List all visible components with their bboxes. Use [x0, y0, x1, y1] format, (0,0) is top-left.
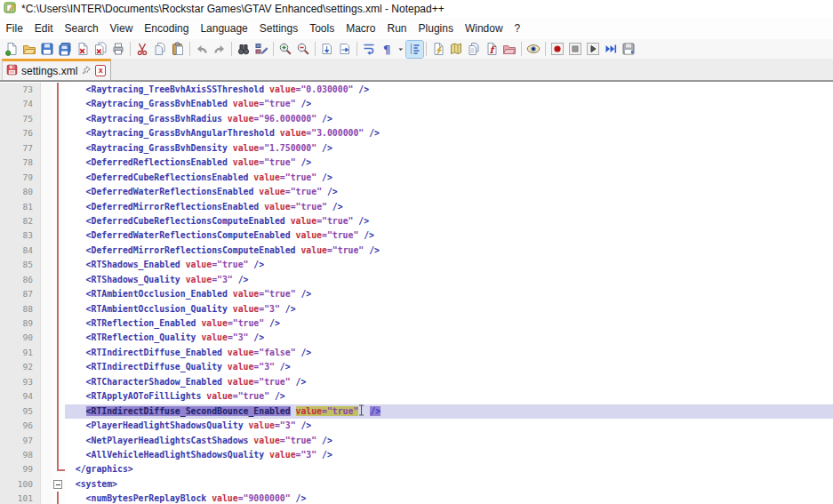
code-text[interactable]: <DeferredMirrorReflectionsEnabled value=…: [65, 200, 833, 214]
line-number: 88: [0, 302, 41, 316]
fold-margin: [52, 258, 65, 272]
zoom-in-icon[interactable]: [277, 41, 294, 58]
close-icon[interactable]: [75, 41, 92, 58]
menu-item-tools[interactable]: Tools: [304, 18, 340, 39]
print-icon[interactable]: [110, 41, 127, 58]
line-number: 90: [0, 331, 41, 345]
code-text[interactable]: <RTIndirectDiffuse_Enabled value="false"…: [65, 346, 833, 360]
show-all-characters-icon[interactable]: ¶: [379, 41, 396, 58]
bookmark-margin: [41, 273, 52, 287]
code-text[interactable]: <DeferredWaterReflectionsComputeEnabled …: [65, 228, 833, 243]
menu-item-view[interactable]: View: [104, 18, 139, 39]
fold-margin: [52, 185, 65, 199]
sync-scroll-vertical-icon[interactable]: [319, 41, 336, 58]
open-file-icon[interactable]: [21, 41, 38, 58]
code-text[interactable]: <RTReflection_Enabled value="true" />: [65, 316, 833, 331]
document-switcher-icon[interactable]: f: [484, 41, 501, 58]
fold-margin: [52, 83, 65, 97]
code-text[interactable]: <system>: [65, 477, 833, 492]
code-text[interactable]: <PlayerHeadlightShadowsQuality value="3"…: [65, 419, 833, 433]
macro-save-icon[interactable]: [621, 41, 637, 58]
menu-item-file[interactable]: File: [0, 18, 28, 39]
folder-as-workspace-icon[interactable]: [501, 41, 518, 58]
function-list-icon[interactable]: [430, 41, 447, 58]
code-text[interactable]: <RTReflection_Quality value="3" />: [65, 331, 833, 345]
menu-item-plugins[interactable]: Plugins: [412, 18, 459, 39]
find-icon[interactable]: [236, 41, 252, 58]
menu-item-encoding[interactable]: Encoding: [139, 18, 195, 39]
show-all-characters-caret-icon[interactable]: [396, 41, 405, 58]
code-line: 92 <RTIndirectDiffuse_Quality value="3" …: [0, 360, 833, 374]
menu-item-run[interactable]: Run: [381, 18, 412, 39]
document-list-icon[interactable]: [466, 41, 483, 58]
macro-stop-icon[interactable]: [567, 41, 584, 58]
macro-record-icon[interactable]: [549, 41, 566, 58]
code-text[interactable]: <Raytracing_GrassBvhDensity value="1.750…: [65, 141, 833, 156]
cut-icon[interactable]: [134, 41, 151, 58]
macro-play-icon[interactable]: [585, 41, 602, 58]
code-text[interactable]: <NetPlayerHeadlightsCastShadows value="t…: [65, 434, 833, 448]
code-text[interactable]: <DeferredCubeReflectionsEnabled value="t…: [65, 171, 833, 185]
line-number: 100: [0, 477, 41, 492]
code-text[interactable]: <RTCharacterShadow_Enabled value="true" …: [65, 375, 833, 389]
code-text[interactable]: <RTApplyAOToFillLights value="true" />: [65, 389, 833, 404]
menu-item-window[interactable]: Window: [459, 18, 509, 39]
menu-item-settings[interactable]: Settings: [253, 18, 303, 39]
code-text[interactable]: <Raytracing_TreeBvhAxisSSThreshold value…: [65, 83, 833, 97]
menu-item-macro[interactable]: Macro: [340, 18, 381, 39]
indent-guide-icon[interactable]: [406, 41, 423, 58]
tab-close-icon[interactable]: x: [95, 65, 106, 76]
undo-icon[interactable]: [194, 41, 211, 58]
code-text[interactable]: <Raytracing_GrassBvhAngularThreshold val…: [65, 126, 833, 140]
sync-scroll-horizontal-icon[interactable]: [337, 41, 354, 58]
code-text[interactable]: <RTShadows_Quality value="3" />: [65, 273, 833, 287]
menu-item-[interactable]: ?: [509, 18, 526, 39]
fold-margin: [52, 434, 65, 448]
view-monitoring-icon[interactable]: [525, 41, 542, 58]
menu-item-language[interactable]: Language: [195, 18, 253, 39]
pin-icon[interactable]: [81, 63, 92, 79]
code-text[interactable]: <RTAmbientOcclusion_Enabled value="true"…: [65, 287, 833, 301]
toolbar-separator: [273, 42, 274, 56]
redo-icon[interactable]: [212, 41, 228, 58]
menu-item-search[interactable]: Search: [59, 18, 104, 39]
code-text[interactable]: <RTShadows_Enabled value="true" />: [65, 258, 833, 272]
code-text[interactable]: <AllVehicleHeadlightShadowsQuality value…: [65, 448, 833, 462]
code-line: 86 <RTShadows_Quality value="3" />: [0, 273, 833, 287]
save-icon[interactable]: [39, 41, 56, 58]
tab-settings-xml[interactable]: settings.xml x: [2, 59, 111, 80]
fold-collapse-icon[interactable]: [53, 480, 62, 489]
code-text[interactable]: <RTIndirectDiffuse_Quality value="3" />: [65, 360, 833, 374]
app-icon: [4, 1, 17, 18]
close-all-icon[interactable]: [92, 41, 109, 58]
code-text[interactable]: <numBytesPerReplayBlock value="9000000" …: [65, 492, 833, 504]
code-text[interactable]: <RTIndirectDiffuse_SecondBounce_Enabled …: [65, 404, 833, 419]
code-text[interactable]: <DeferredReflectionsEnabled value="true"…: [65, 156, 833, 170]
paste-icon[interactable]: [170, 41, 187, 58]
fold-margin: [52, 244, 65, 258]
word-wrap-icon[interactable]: [361, 41, 378, 58]
editor-pane[interactable]: 73 <Raytracing_TreeBvhAxisSSThreshold va…: [0, 81, 833, 504]
code-text[interactable]: <Raytracing_GrassBvhEnabled value="true"…: [65, 97, 833, 111]
window-title: *C:\Users\INTER\Documents\Rockstar Games…: [21, 3, 445, 15]
macro-run-multiple-icon[interactable]: [603, 41, 620, 58]
document-map-icon[interactable]: [448, 41, 465, 58]
bookmark-margin: [41, 302, 52, 316]
new-file-icon[interactable]: [4, 41, 20, 58]
copy-icon[interactable]: [152, 41, 169, 58]
code-text[interactable]: <DeferredMirrorReflectionsComputeEnabled…: [65, 244, 833, 258]
code-text[interactable]: <DeferredWaterReflectionsEnabled value="…: [65, 185, 833, 199]
code-text[interactable]: <DeferredCubeReflectionsComputeEnabled v…: [65, 214, 833, 228]
bookmark-margin: [41, 375, 52, 389]
replace-icon[interactable]: [253, 41, 270, 58]
code-text[interactable]: </graphics>: [65, 462, 833, 476]
save-all-icon[interactable]: [57, 41, 74, 58]
zoom-out-icon[interactable]: [295, 41, 312, 58]
bookmark-margin: [41, 434, 52, 448]
line-number: 87: [0, 287, 41, 301]
code-text[interactable]: <Raytracing_GrassBvhRadius value="96.000…: [65, 112, 833, 126]
code-text[interactable]: <RTAmbientOcclusion_Quality value="3" />: [65, 302, 833, 316]
menu-item-edit[interactable]: Edit: [28, 18, 59, 39]
fold-margin: [52, 477, 65, 492]
fold-margin: [52, 360, 65, 374]
